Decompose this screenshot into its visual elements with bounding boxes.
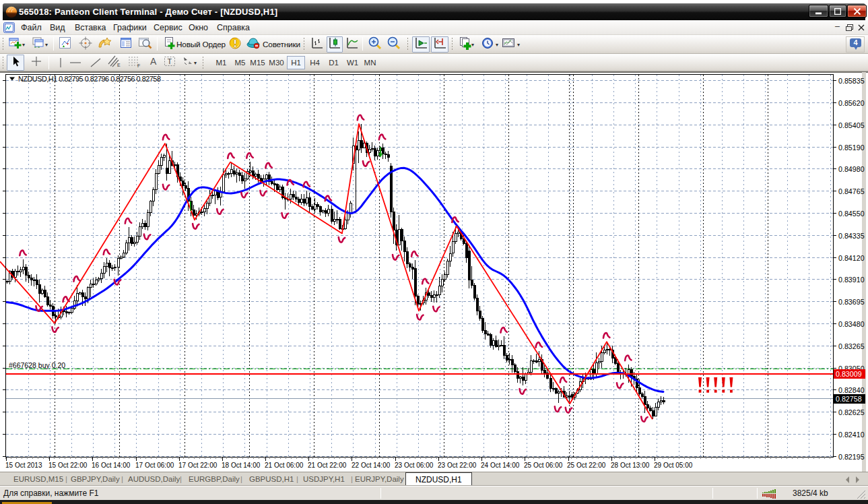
svg-text:0.84335: 0.84335	[838, 232, 865, 240]
svg-text:0.82625: 0.82625	[838, 408, 865, 416]
svg-text:29 Oct 05:00: 29 Oct 05:00	[654, 462, 693, 469]
svg-text:0.82410: 0.82410	[838, 431, 865, 439]
svg-text:22 Oct 14:00: 22 Oct 14:00	[352, 462, 391, 469]
svg-text:0.82758: 0.82758	[836, 395, 862, 403]
svg-text:17 Oct 22:00: 17 Oct 22:00	[178, 462, 218, 469]
svg-text:0.85835: 0.85835	[838, 77, 865, 85]
svg-text:0.84120: 0.84120	[838, 254, 865, 262]
svg-text:15 Oct 22:00: 15 Oct 22:00	[48, 462, 88, 469]
svg-text:A: A	[150, 56, 157, 67]
svg-text:0.84550: 0.84550	[838, 210, 865, 218]
svg-text:0.82840: 0.82840	[838, 386, 865, 394]
svg-text:0.83009: 0.83009	[836, 370, 862, 378]
svg-text:E: E	[117, 63, 121, 67]
svg-text:25 Oct 06:00: 25 Oct 06:00	[524, 462, 563, 469]
svg-text:0.83265: 0.83265	[838, 342, 865, 350]
svg-text:18 Oct 14:00: 18 Oct 14:00	[222, 462, 261, 469]
svg-text:17 Oct 06:00: 17 Oct 06:00	[135, 462, 174, 469]
svg-text:NZDUSD,H1 0.82795 0.82796 0.8: NZDUSD,H1 0.82795 0.82796 0.82756 0.8275…	[18, 75, 161, 83]
svg-text:T: T	[168, 57, 172, 65]
svg-text:23 Oct 06:00: 23 Oct 06:00	[395, 462, 434, 469]
svg-text:0.82195: 0.82195	[838, 453, 865, 461]
svg-text:28 Oct 13:00: 28 Oct 13:00	[611, 462, 650, 469]
svg-text:25 Oct 22:00: 25 Oct 22:00	[567, 462, 606, 469]
svg-text:23 Oct 22:00: 23 Oct 22:00	[438, 462, 477, 469]
svg-text:0.83695: 0.83695	[838, 298, 865, 306]
svg-text:0.84765: 0.84765	[838, 187, 865, 195]
svg-text:0.85190: 0.85190	[838, 144, 865, 152]
svg-text:#667628 buy 0.20: #667628 buy 0.20	[9, 361, 65, 369]
svg-text:21 Oct 06:00: 21 Oct 06:00	[265, 462, 304, 469]
svg-text:21 Oct 22:00: 21 Oct 22:00	[308, 462, 347, 469]
svg-text:0.85405: 0.85405	[838, 121, 865, 129]
svg-text:0.83480: 0.83480	[838, 320, 865, 328]
svg-text:15 Oct 2013: 15 Oct 2013	[5, 462, 42, 469]
svg-text:0.85620: 0.85620	[838, 99, 865, 107]
svg-text:0.84980: 0.84980	[838, 165, 865, 173]
svg-text:0.83910: 0.83910	[838, 276, 865, 284]
svg-text:F: F	[137, 63, 140, 68]
svg-text:16 Oct 14:00: 16 Oct 14:00	[92, 462, 131, 469]
svg-text:24 Oct 14:00: 24 Oct 14:00	[481, 462, 520, 469]
